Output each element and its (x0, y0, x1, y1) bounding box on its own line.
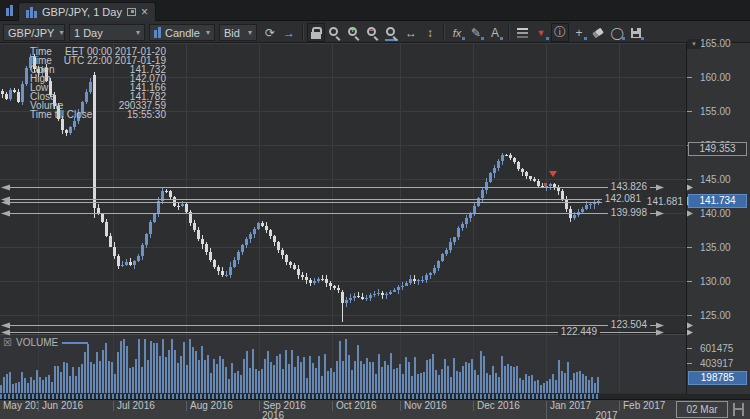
red-dot-marker[interactable] (544, 183, 547, 186)
tooltip-row-label: Time till Close (30, 110, 92, 119)
volume-checkbox[interactable]: ☒ (3, 338, 12, 348)
red-triangle-marker[interactable] (549, 171, 557, 177)
price-axis-label: 135.00 (700, 242, 731, 253)
price-axis-label: 140.00 (700, 208, 731, 219)
scrollbar-grip[interactable] (733, 403, 744, 416)
time-axis-month: Aug 2016 (186, 401, 259, 411)
price-axis-label: 160.00 (700, 72, 731, 83)
price-axis-label: 155.00 (700, 106, 731, 117)
ohlc-tooltip: TimeEET 00:00 2017-01-20TimeUTC 22:00 20… (30, 47, 166, 119)
price-axis-label: 130.00 (700, 276, 731, 287)
volume-axis-label: 403917 (700, 358, 733, 369)
price-axis-label: 125.00 (700, 310, 731, 321)
price-line-label[interactable]: 123.504 (608, 319, 650, 330)
price-line-label[interactable]: 142.081 (602, 193, 644, 204)
tooltip-row-value: 15:55:30 (127, 110, 166, 119)
price-line-label[interactable]: 139.998 (608, 207, 650, 218)
time-axis-month: Jul 2016 (113, 401, 186, 411)
volume-line-swatch (62, 342, 88, 344)
time-axis-month: May 2016 (0, 401, 38, 411)
chart-window: GBP/JPY, 1 Day × GBP/JPY▾ 1 Day▾ Candle▾… (0, 0, 750, 419)
time-axis[interactable]: 02 Mar May 2016Jun 2016Jul 2016Aug 2016S… (0, 399, 750, 419)
current-price-label: 141.734 (688, 194, 747, 208)
current-volume-label: 198785 (688, 371, 747, 385)
time-axis-month: Oct 2016 (332, 401, 400, 411)
future-date-label: 02 Mar (676, 401, 728, 418)
time-axis-month: Nov 2016 (400, 401, 473, 411)
time-axis-month: Dec 2016 (473, 401, 546, 411)
volume-header: ☒ VOLUME (3, 337, 88, 348)
axis-menu-button[interactable]: ▼ (687, 39, 701, 49)
ohlc-tooltip-row: Time till Close15:55:30 (30, 110, 166, 119)
price-axis-label: 165.00 (700, 38, 731, 49)
volume-label: VOLUME (16, 337, 58, 348)
time-axis-month: Feb 2017 (619, 401, 666, 411)
time-axis-year: 2016 (0, 411, 546, 419)
time-axis-year: 2017 (546, 411, 666, 419)
price-line-label[interactable]: 141.681 (644, 196, 686, 207)
price-axis-label: 145.00 (700, 174, 731, 185)
price-line-label[interactable]: 122.449 (558, 326, 600, 337)
price-line-label[interactable]: 143.826 (608, 181, 650, 192)
time-axis-month: Jun 2016 (38, 401, 113, 411)
volume-bars[interactable] (0, 339, 599, 393)
period-high-label: 149.353 (688, 142, 747, 156)
volume-axis-label: 601475 (700, 343, 733, 354)
